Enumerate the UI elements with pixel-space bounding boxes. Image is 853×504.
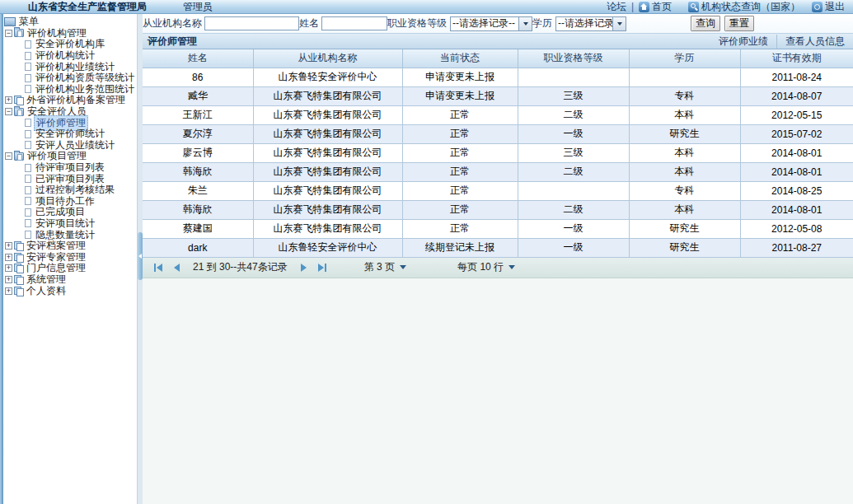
qual-level-select[interactable]: --请选择记录-- — [450, 16, 532, 31]
table-cell: 韩海欣 — [143, 162, 253, 181]
expand-icon[interactable]: + — [5, 287, 12, 295]
expand-icon[interactable]: + — [5, 96, 12, 104]
table-cell: 2014-08-01 — [740, 143, 853, 162]
table-cell: 三级 — [518, 143, 629, 162]
org-name-input[interactable] — [204, 16, 299, 30]
org-name-label: 从业机构名称 — [143, 16, 202, 30]
person-name-input[interactable] — [321, 16, 387, 30]
collapse-icon[interactable]: − — [5, 108, 12, 115]
column-header: 学历 — [629, 49, 740, 68]
table-row[interactable]: 王新江山东赛飞特集团有限公司正常二级本科2012-05-15 — [143, 105, 853, 124]
expand-icon[interactable]: + — [5, 254, 12, 261]
docs-icon — [14, 253, 23, 262]
table-row[interactable]: 朱兰山东赛飞特集团有限公司正常专科2014-08-25 — [143, 181, 853, 200]
evaluator-performance-link[interactable]: 评价师业绩 — [710, 35, 776, 49]
table-cell: 山东赛飞特集团有限公司 — [253, 143, 402, 162]
table-cell: 正常 — [402, 219, 518, 238]
prev-page-button[interactable] — [174, 264, 180, 272]
table-row[interactable]: 蔡建国山东赛飞特集团有限公司正常一级研究生2012-05-08 — [143, 219, 853, 238]
expand-icon[interactable]: + — [5, 242, 12, 250]
table-cell: 本科 — [629, 200, 740, 219]
education-value: --请选择记录-- — [556, 16, 612, 30]
table-cell: 2014-08-01 — [740, 162, 853, 181]
folder-icon — [14, 29, 24, 37]
table-row[interactable]: 韩海欣山东赛飞特集团有限公司正常二级本科2014-08-01 — [143, 162, 853, 181]
table-cell: 2012-05-08 — [740, 219, 853, 238]
collapse-icon[interactable]: − — [5, 152, 12, 160]
table-cell: 廖云博 — [143, 143, 253, 162]
table-cell — [518, 68, 629, 86]
person-name-label: 姓名 — [299, 16, 319, 30]
query-button[interactable]: 查询 — [691, 16, 720, 31]
table-cell: 王新江 — [143, 105, 253, 124]
top-bar: 山东省安全生产监督管理局 管理员 论坛 | 首页 机构状态查询（国家） 退出 — [0, 0, 853, 14]
table-cell: 正常 — [402, 124, 518, 143]
table-row[interactable]: 廖云博山东赛飞特集团有限公司正常三级本科2014-08-01 — [143, 143, 853, 162]
docs-icon — [14, 96, 23, 105]
table-cell: 山东赛飞特集团有限公司 — [253, 181, 402, 200]
reset-button[interactable]: 重置 — [724, 16, 754, 31]
sidebar-item[interactable]: +个人资料 — [3, 285, 137, 296]
table-cell: 正常 — [402, 162, 518, 181]
last-page-button[interactable] — [318, 264, 326, 272]
table-cell: 二级 — [518, 105, 629, 124]
panel-title-bar: 评价师管理 评价师业绩 查看人员信息 — [143, 34, 853, 49]
home-icon — [639, 2, 649, 12]
table-cell: 朱兰 — [143, 181, 253, 200]
first-page-button[interactable] — [154, 264, 162, 272]
chevron-down-icon — [518, 17, 532, 30]
collapse-icon[interactable]: − — [5, 30, 12, 37]
sidebar: 菜单 −评价机构管理安全评价机构库评价机构统计评价机构业绩统计评价机构资质等级统… — [3, 14, 137, 504]
table-cell: 本科 — [629, 162, 740, 181]
org-status-link[interactable]: 机构状态查询（国家） — [688, 0, 800, 14]
table-row[interactable]: 夏尔淳山东赛飞特集团有限公司正常一级研究生2015-07-02 — [143, 124, 853, 143]
top-nav: 论坛 | 首页 机构状态查询（国家） 退出 — [607, 0, 845, 13]
table-row[interactable]: dark山东鲁轻安全评价中心续期登记未上报一级研究生2011-08-27 — [143, 238, 853, 257]
column-header: 职业资格等级 — [518, 49, 629, 68]
page-icon — [25, 219, 31, 227]
table-cell: 研究生 — [629, 219, 740, 238]
main-area: 从业机构名称 姓名 职业资格等级 --请选择记录-- 学历 --请选择记录-- … — [143, 14, 853, 504]
sidebar-item[interactable]: +系统管理 — [3, 274, 137, 286]
table-cell: 本科 — [629, 105, 740, 124]
table-cell: 续期登记未上报 — [402, 238, 518, 257]
column-header: 当前状态 — [402, 49, 518, 68]
page-size-dropdown[interactable]: 每页 10 行 — [457, 260, 515, 274]
table-cell: 专科 — [629, 86, 740, 105]
table-cell — [629, 68, 740, 86]
nav-separator: | — [631, 1, 634, 12]
sidebar-item-label: 个人资料 — [25, 284, 68, 298]
table-cell: 2014-08-07 — [740, 86, 853, 105]
page-icon — [25, 164, 31, 172]
logout-link[interactable]: 退出 — [812, 0, 845, 14]
chevron-down-icon — [400, 265, 406, 269]
expand-icon[interactable]: + — [5, 264, 12, 272]
table-row[interactable]: 86山东鲁轻安全评价中心申请变更未上报2011-08-24 — [143, 68, 853, 86]
expand-icon[interactable]: + — [5, 276, 12, 283]
page-icon — [25, 63, 31, 71]
home-link-label: 首页 — [652, 0, 672, 14]
sidebar-item[interactable]: +门户信息管理 — [3, 263, 137, 274]
table-row[interactable]: 韩海欣山东赛飞特集团有限公司正常二级本科2014-08-01 — [143, 200, 853, 219]
page-icon — [25, 197, 31, 205]
sidebar-tree: 菜单 −评价机构管理安全评价机构库评价机构统计评价机构业绩统计评价机构资质等级统… — [3, 14, 137, 296]
table-row[interactable]: 臧华山东赛飞特集团有限公司申请变更未上报三级专科2014-08-07 — [143, 86, 853, 105]
forum-link[interactable]: 论坛 — [607, 0, 626, 14]
home-link[interactable]: 首页 — [639, 0, 672, 14]
page-number-dropdown[interactable]: 第 3 页 — [364, 260, 406, 274]
table-cell: 专科 — [629, 181, 740, 200]
splitter — [137, 14, 143, 504]
education-select[interactable]: --请选择记录-- — [555, 16, 626, 31]
table-cell: 山东赛飞特集团有限公司 — [253, 124, 402, 143]
page-icon — [25, 119, 31, 127]
next-page-button[interactable] — [301, 264, 307, 272]
org-status-label: 机构状态查询（国家） — [701, 0, 800, 14]
table-cell: 山东鲁轻安全评价中心 — [253, 238, 402, 257]
table-cell: 86 — [143, 68, 253, 86]
chevron-down-icon — [612, 17, 626, 30]
page-icon — [25, 175, 31, 183]
table-cell: dark — [143, 238, 253, 257]
docs-icon — [14, 275, 23, 284]
table-cell: 山东鲁轻安全评价中心 — [253, 68, 402, 86]
view-person-info-link[interactable]: 查看人员信息 — [776, 35, 853, 49]
